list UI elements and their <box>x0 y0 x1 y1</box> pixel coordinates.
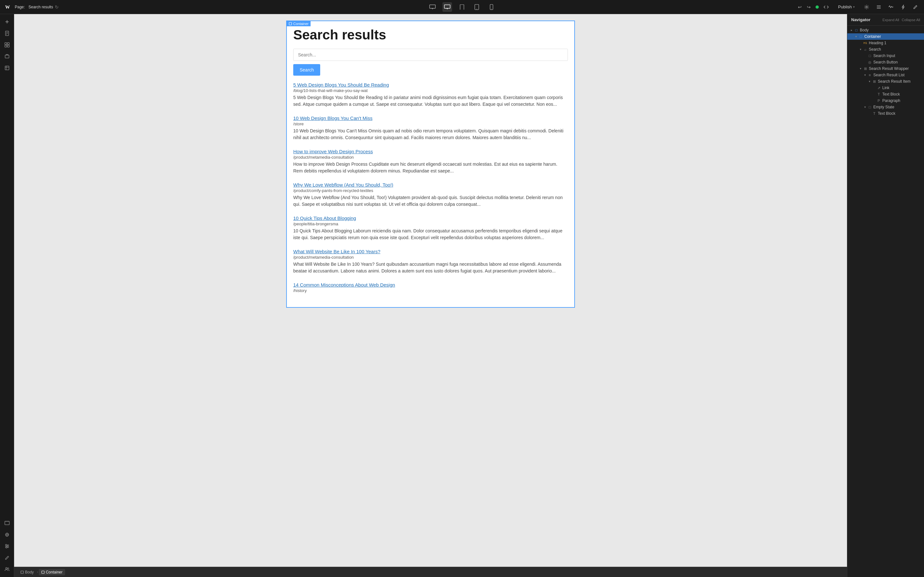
sidebar-components[interactable] <box>2 40 12 50</box>
pen-icon[interactable] <box>911 2 920 12</box>
left-sidebar <box>0 14 14 577</box>
tree-item-body[interactable]: □ Body <box>847 27 924 33</box>
expand-all-button[interactable]: Expand All <box>883 18 899 22</box>
result-item: 10 Quick Tips About Blogging /people/tit… <box>293 215 568 241</box>
page-name: Search results <box>29 5 53 9</box>
webflow-logo[interactable]: W <box>4 3 13 11</box>
tree-icon-search: ⌕ <box>863 47 868 51</box>
result-item: What Will Website Be Like In 100 Years? … <box>293 249 568 274</box>
result-description: 10 Quick Tips About Blogging Laborum rei… <box>293 227 568 241</box>
tree-item-text-block[interactable]: T Text Block <box>847 91 924 97</box>
sidebar-sliders[interactable] <box>2 541 12 551</box>
tree-item-search-button[interactable]: ◎ Search Button <box>847 59 924 65</box>
redo-button[interactable]: ↪ <box>804 3 813 11</box>
tree-item-empty-state[interactable]: □ Empty State <box>847 104 924 110</box>
tree-item-text-block-2[interactable]: T Text Block <box>847 110 924 117</box>
device-tablet[interactable] <box>472 2 481 12</box>
tree-item-link[interactable]: ⇗ Link <box>847 85 924 91</box>
svg-rect-25 <box>7 45 9 47</box>
sidebar-editor[interactable] <box>2 553 12 563</box>
device-tablet-landscape[interactable] <box>457 2 467 12</box>
result-link[interactable]: 10 Quick Tips About Blogging <box>293 215 568 221</box>
navigator-title: Navigator <box>851 17 871 22</box>
page-label: Page: Search results <box>15 5 53 9</box>
svg-point-11 <box>491 9 491 9</box>
svg-point-9 <box>477 9 477 9</box>
canvas-scroll[interactable]: Container Search results Search 5 Web De… <box>14 14 847 567</box>
sidebar-add[interactable] <box>2 17 12 27</box>
result-description: How to improve Web Design Process Cupidi… <box>293 161 568 174</box>
result-item: 10 Web Design Blogs You Can't Miss /stor… <box>293 115 568 141</box>
svg-text:W: W <box>5 5 10 10</box>
svg-rect-24 <box>5 45 7 47</box>
result-link[interactable]: What Will Website Be Like In 100 Years? <box>293 249 568 254</box>
result-url: /product/metamedia-consultation <box>293 155 568 160</box>
tree-label: Body <box>860 28 921 32</box>
sidebar-assets[interactable] <box>2 51 12 61</box>
tree-item-paragraph[interactable]: P Paragraph <box>847 97 924 104</box>
tree-icon-container: □ <box>858 35 863 39</box>
device-mobile[interactable] <box>487 2 496 12</box>
svg-rect-4 <box>444 5 450 8</box>
tree-icon-para: P <box>876 99 881 103</box>
breadcrumb-body[interactable]: Body <box>18 569 36 575</box>
tree-label: Search Result List <box>873 73 921 77</box>
svg-point-41 <box>7 568 9 569</box>
result-url: /blog/10-lists-that-will-make-you-say-wa… <box>293 88 568 93</box>
tree-label: Container <box>864 34 921 39</box>
tree-label: Paragraph <box>882 98 921 103</box>
svg-point-38 <box>7 546 8 547</box>
tree-item-search-result-list[interactable]: ≡ Search Result List <box>847 72 924 78</box>
result-url: /store <box>293 121 568 126</box>
sidebar-team[interactable] <box>2 564 12 574</box>
publish-chevron: ▾ <box>853 5 855 9</box>
svg-rect-1 <box>430 5 435 8</box>
publish-button[interactable]: Publish ▾ <box>834 2 859 12</box>
result-link[interactable]: How to improve Web Design Process <box>293 149 568 154</box>
result-link[interactable]: 10 Web Design Blogs You Can't Miss <box>293 115 568 121</box>
tree-item-search-input[interactable]: □ Search Input <box>847 53 924 59</box>
tree-item-container[interactable]: □ Container <box>847 33 924 40</box>
sidebar-pages[interactable] <box>2 28 12 39</box>
tree-label: Heading 1 <box>869 41 921 45</box>
svg-rect-23 <box>7 43 9 45</box>
result-description: What Will Website Be Like In 100 Years? … <box>293 261 568 274</box>
search-input[interactable] <box>293 49 568 61</box>
refresh-icon[interactable]: ↻ <box>55 5 59 10</box>
search-button[interactable]: Search <box>293 64 320 76</box>
tree-item-search-result-item[interactable]: ⊞ Search Result Item <box>847 78 924 85</box>
collapse-all-button[interactable]: Collapse All <box>902 18 920 22</box>
main-area: Container Search results Search 5 Web De… <box>0 14 924 577</box>
device-desktop[interactable] <box>443 2 452 12</box>
sidebar-grid[interactable] <box>2 530 12 540</box>
tree-label: Search <box>869 47 921 52</box>
result-link[interactable]: Why We Love Webflow (And You Should, Too… <box>293 182 568 187</box>
svg-point-37 <box>5 544 7 546</box>
status-indicator <box>816 5 819 9</box>
svg-point-12 <box>866 6 867 8</box>
undo-button[interactable]: ↩ <box>796 3 804 11</box>
result-link[interactable]: 5 Web Design Blogs You Should Be Reading <box>293 82 568 87</box>
tree-label: Text Block <box>878 111 921 116</box>
tree-arrow <box>849 29 854 32</box>
tree-icon-heading: H1 <box>863 41 868 45</box>
tree-item-search[interactable]: ⌕ Search <box>847 46 924 53</box>
result-description: 5 Web Design Blogs You Should Be Reading… <box>293 94 568 108</box>
lightning-icon[interactable] <box>898 2 908 12</box>
result-link[interactable]: 14 Common Misconceptions About Web Desig… <box>293 282 568 287</box>
tree-icon-container: □ <box>854 28 859 32</box>
device-desktop-large[interactable] <box>428 2 437 12</box>
tree-item-search-result-wrapper[interactable]: ⊞ Search Result Wrapper <box>847 65 924 72</box>
activity-icon[interactable] <box>886 2 896 12</box>
tree-item-heading1[interactable]: H1 Heading 1 <box>847 40 924 46</box>
sidebar-cms[interactable] <box>2 63 12 73</box>
settings-icon[interactable] <box>862 2 871 12</box>
result-url: /people/titia-brongersma <box>293 221 568 226</box>
result-url: /product/comfy-pants-from-recycled-texti… <box>293 188 568 193</box>
tree-icon-list: ≡ <box>867 73 872 77</box>
code-editor-toggle[interactable] <box>821 2 831 12</box>
breadcrumb-container[interactable]: Container <box>39 569 65 575</box>
menu-icon[interactable] <box>874 2 884 12</box>
tree-icon-wrapper: ⊞ <box>863 67 868 71</box>
sidebar-preview[interactable] <box>2 518 12 528</box>
